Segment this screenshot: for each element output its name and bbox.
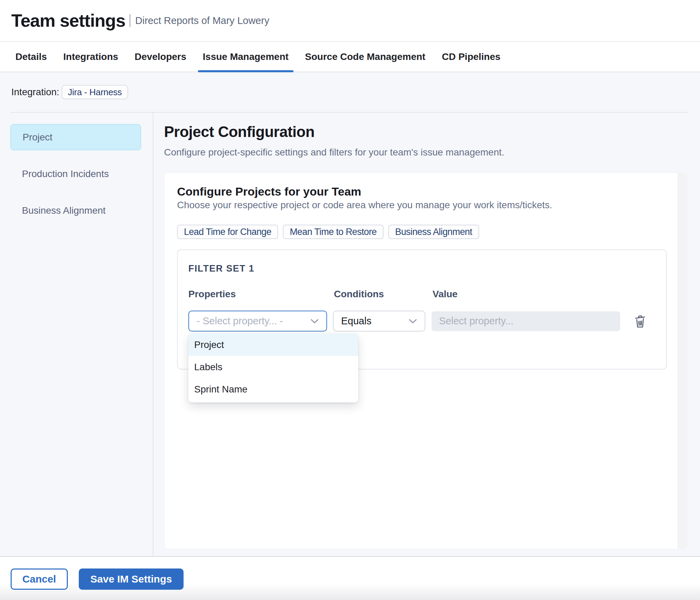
card-scrollbar[interactable] [678,173,687,549]
property-dropdown-menu: Project Labels Sprint Name [188,334,358,402]
tab-cd-pipelines[interactable]: CD Pipelines [437,42,505,72]
dropdown-option-sprint-name[interactable]: Sprint Name [188,378,358,400]
cancel-button[interactable]: Cancel [11,568,68,590]
section-subtitle: Configure project-specific settings and … [164,146,687,159]
column-label-conditions: Conditions [334,289,433,300]
page-title: Team settings [11,10,125,31]
tab-source-code-management[interactable]: Source Code Management [300,42,430,72]
chip-lead-time-for-change[interactable]: Lead Time for Change [177,225,278,239]
main-panel: Project Configuration Configure project-… [153,113,700,556]
dropdown-option-project[interactable]: Project [188,334,358,356]
integration-label: Integration: [11,87,59,98]
metric-chips: Lead Time for Change Mean Time to Restor… [177,225,666,239]
dropdown-option-labels[interactable]: Labels [188,356,358,378]
tab-developers[interactable]: Developers [130,42,191,72]
card-title: Configure Projects for your Team [177,184,666,199]
title-divider [129,14,130,27]
card-subtitle: Choose your respective project or code a… [177,199,666,211]
trash-icon [634,314,647,328]
condition-select[interactable]: Equals [333,311,425,332]
condition-select-value: Equals [341,315,409,327]
integration-row: Integration: Jira - Harness [0,72,700,112]
tab-details[interactable]: Details [11,42,52,72]
column-label-properties: Properties [188,289,334,300]
sidebar-item-business-alignment[interactable]: Business Alignment [10,197,141,224]
sidebar-item-project[interactable]: Project [10,124,141,150]
content-area: Integration: Jira - Harness Project Prod… [0,72,700,556]
page-subtitle: Direct Reports of Mary Lowery [135,15,270,26]
footer-bar: Cancel Save IM Settings [0,556,700,600]
filter-set-1: FILTER SET 1 Properties Conditions Value… [177,249,667,370]
sidebar-item-production-incidents[interactable]: Production Incidents [10,161,141,187]
chip-mean-time-to-restore[interactable]: Mean Time to Restore [283,225,384,239]
section-title: Project Configuration [164,123,687,141]
page-header: Team settings Direct Reports of Mary Low… [0,0,700,42]
filter-set-title: FILTER SET 1 [188,263,666,274]
value-input[interactable] [432,311,620,331]
chevron-down-icon [409,318,417,324]
integration-chip[interactable]: Jira - Harness [62,85,128,99]
chevron-down-icon [310,318,319,324]
tab-bar: Details Integrations Developers Issue Ma… [0,42,700,72]
tab-integrations[interactable]: Integrations [59,42,123,72]
projects-card: Configure Projects for your Team Choose … [164,172,687,549]
property-select-placeholder: - Select property... - [197,315,310,327]
delete-filter-button[interactable] [633,314,647,329]
save-im-settings-button[interactable]: Save IM Settings [79,568,184,590]
property-select[interactable]: - Select property... - [188,311,327,332]
tab-issue-management[interactable]: Issue Management [198,42,293,72]
column-label-value: Value [433,289,621,300]
sidebar: Project Production Incidents Business Al… [0,113,153,556]
chip-business-alignment[interactable]: Business Alignment [388,225,479,239]
